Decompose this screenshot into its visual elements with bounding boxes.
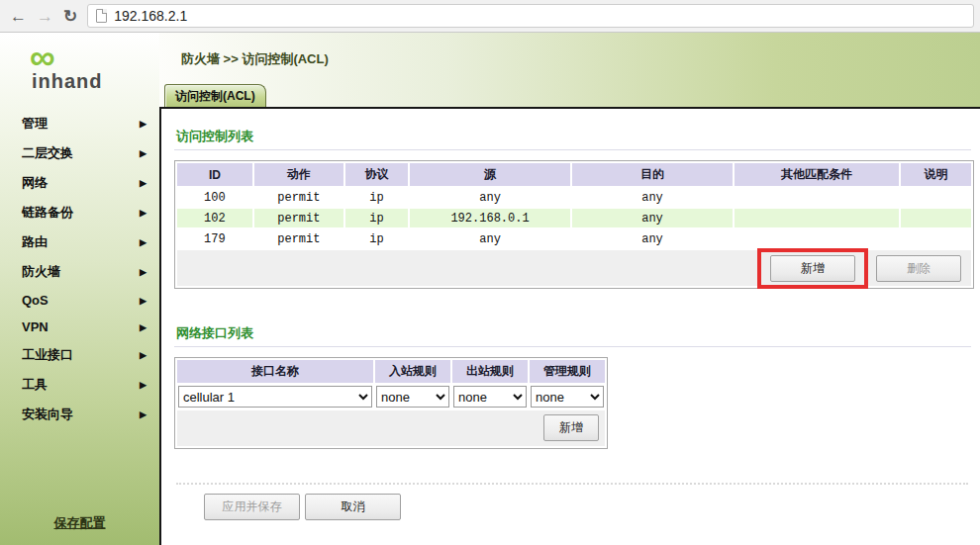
menu-label: 安装向导 (22, 406, 73, 423)
cell-destination: any (572, 188, 733, 207)
chevron-right-icon: ▶ (140, 208, 147, 218)
menu-label: 管理 (22, 115, 48, 133)
interface-input-row: cellular 1 none none (177, 385, 605, 409)
cell-action: permit (254, 188, 343, 207)
menu-label: VPN (22, 319, 49, 334)
cell-protocol: ip (345, 188, 408, 207)
tab-access-control-acl[interactable]: 访问控制(ACL) (164, 84, 266, 107)
table-row[interactable]: 179 permit ip any any (177, 229, 971, 248)
divider (174, 346, 971, 347)
sidebar: ∞ inhand 管理 ▶ 二层交换 ▶ 网络 ▶ 链路备份 ▶ 路由 ▶ (0, 33, 159, 545)
inbound-rule-select[interactable]: none (376, 386, 449, 408)
cell-other-match (735, 209, 899, 227)
cell-other-match (735, 188, 899, 207)
cell-source: any (410, 188, 570, 207)
annotation-highlight: 新增 (757, 248, 868, 289)
cell-id: 100 (177, 188, 252, 207)
cell-description (901, 229, 971, 248)
interface-table: 接口名称 入站规则 出站规则 管理规则 cellular 1 (175, 358, 607, 448)
cell-destination: any (572, 229, 733, 248)
acl-section-title: 访问控制列表 (176, 128, 971, 145)
app-window: ∞ inhand 管理 ▶ 二层交换 ▶ 网络 ▶ 链路备份 ▶ 路由 ▶ (0, 33, 980, 545)
inhand-logo: ∞ inhand (0, 33, 159, 93)
sidebar-item-link-backup[interactable]: 链路备份 ▶ (0, 198, 159, 227)
col-header-other-match: 其他匹配条件 (735, 163, 899, 186)
main-area: 防火墙 >> 访问控制(ACL) 访问控制(ACL) 访问控制列表 ID 动作 (159, 33, 980, 545)
sidebar-item-firewall[interactable]: 防火墙 ▶ (0, 257, 159, 287)
interface-add-button[interactable]: 新增 (543, 414, 599, 441)
col-header-destination: 目的 (572, 163, 733, 186)
menu-label: 链路备份 (22, 204, 73, 222)
acl-table: ID 动作 协议 源 目的 其他匹配条件 说明 100 permit ip an… (175, 161, 973, 288)
url-text: 192.168.2.1 (114, 8, 187, 24)
menu-label: 二层交换 (22, 144, 73, 162)
cell-protocol: ip (345, 229, 408, 248)
breadcrumb: 防火墙 >> 访问控制(ACL) (159, 33, 980, 68)
col-header-action: 动作 (254, 163, 343, 186)
outbound-rule-select[interactable]: none (453, 386, 527, 408)
acl-table-container: ID 动作 协议 源 目的 其他匹配条件 说明 100 permit ip an… (174, 160, 974, 289)
tab-bar: 访问控制(ACL) (159, 84, 980, 107)
menu-label: 工具 (22, 376, 48, 394)
chevron-right-icon: ▶ (140, 409, 147, 419)
cancel-button[interactable]: 取消 (305, 494, 401, 520)
save-config-link[interactable]: 保存配置 (54, 515, 106, 530)
sidebar-item-setup-wizard[interactable]: 安装向导 ▶ (0, 400, 159, 429)
col-header-id: ID (177, 163, 252, 186)
sidebar-item-qos[interactable]: QoS ▶ (0, 287, 159, 314)
chevron-right-icon: ▶ (140, 178, 147, 188)
acl-header-row: ID 动作 协议 源 目的 其他匹配条件 说明 (177, 163, 971, 186)
chevron-right-icon: ▶ (140, 322, 147, 332)
chevron-right-icon: ▶ (140, 119, 147, 129)
cell-source: 192.168.0.1 (410, 209, 570, 227)
col-header-protocol: 协议 (345, 163, 408, 186)
col-header-interface-name: 接口名称 (177, 360, 373, 383)
cell-action: permit (254, 229, 343, 248)
col-header-source: 源 (410, 163, 570, 186)
sidebar-item-layer2-switching[interactable]: 二层交换 ▶ (0, 138, 159, 168)
infinity-logo-icon: ∞ (30, 43, 159, 72)
cell-description (901, 188, 971, 207)
forward-icon[interactable]: → (37, 8, 53, 25)
col-header-outbound-rule: 出站规则 (452, 360, 528, 383)
chevron-right-icon: ▶ (140, 296, 147, 306)
content-panel: 访问控制列表 ID 动作 协议 源 目的 其他匹配条件 说明 (159, 107, 980, 545)
cell-protocol: ip (345, 209, 408, 227)
acl-add-button[interactable]: 新增 (770, 255, 855, 282)
sidebar-item-industrial-interface[interactable]: 工业接口 ▶ (0, 340, 159, 370)
page-header: 防火墙 >> 访问控制(ACL) 访问控制(ACL) (159, 33, 980, 107)
acl-delete-button[interactable]: 删除 (876, 255, 961, 282)
address-bar[interactable]: 192.168.2.1 (87, 4, 974, 28)
menu-label: 路由 (22, 233, 48, 251)
interface-name-select[interactable]: cellular 1 (178, 386, 372, 408)
cell-description (901, 209, 971, 227)
chevron-right-icon: ▶ (140, 267, 147, 277)
table-row[interactable]: 102 permit ip 192.168.0.1 any (177, 209, 971, 227)
cell-action: permit (254, 209, 343, 227)
sidebar-menu: 管理 ▶ 二层交换 ▶ 网络 ▶ 链路备份 ▶ 路由 ▶ 防火墙 ▶ (0, 109, 159, 429)
col-header-description: 说明 (901, 163, 971, 186)
interface-section-title: 网络接口列表 (176, 324, 971, 342)
admin-rule-select[interactable]: none (531, 386, 604, 408)
apply-save-button[interactable]: 应用并保存 (204, 494, 300, 520)
sidebar-item-tools[interactable]: 工具 ▶ (0, 370, 159, 400)
refresh-icon[interactable]: ↻ (63, 8, 77, 25)
chevron-right-icon: ▶ (140, 237, 147, 247)
sidebar-item-network[interactable]: 网络 ▶ (0, 168, 159, 198)
back-icon[interactable]: ← (10, 8, 27, 25)
col-header-inbound-rule: 入站规则 (375, 360, 450, 383)
interface-header-row: 接口名称 入站规则 出站规则 管理规则 (177, 360, 605, 383)
table-row[interactable]: 100 permit ip any any (177, 188, 971, 207)
cell-other-match (735, 229, 899, 248)
page-icon (96, 9, 107, 23)
sidebar-item-vpn[interactable]: VPN ▶ (0, 314, 159, 340)
sidebar-item-routing[interactable]: 路由 ▶ (0, 227, 159, 257)
cell-source: any (410, 229, 570, 248)
chevron-right-icon: ▶ (140, 350, 147, 360)
sidebar-item-management[interactable]: 管理 ▶ (0, 109, 159, 138)
cell-destination: any (572, 209, 733, 227)
logo-text: inhand (32, 70, 159, 93)
interface-actions-row: 新增 (177, 410, 605, 446)
form-actions: 应用并保存 取消 (204, 494, 971, 520)
col-header-admin-rule: 管理规则 (530, 360, 605, 383)
